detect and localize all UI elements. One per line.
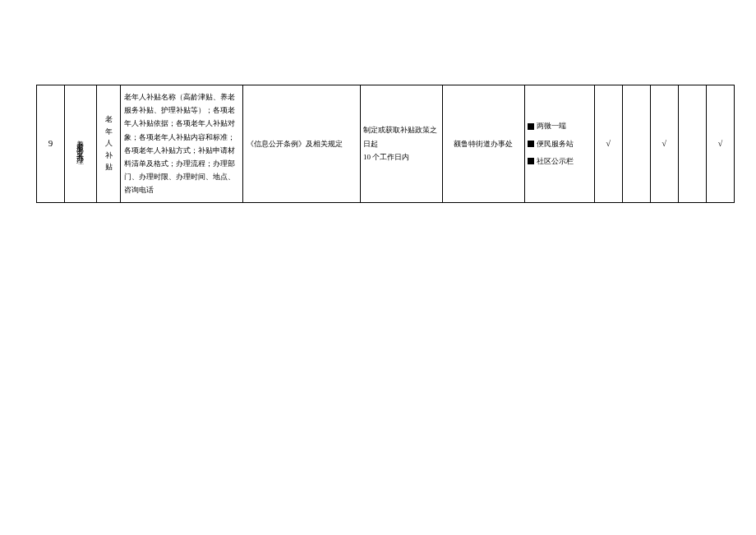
channel-item-2: 便民服务站 (528, 137, 592, 150)
square-bullet-icon (528, 158, 534, 164)
check-mark-5: √ (718, 139, 723, 148)
cell-check-1: √ (594, 85, 622, 203)
basis-text: 《信息公开条例》及相关规定 (247, 140, 343, 148)
row-number: 9 (48, 138, 53, 148)
timelimit-text-1: 制定或获取补贴政策之日起 (363, 123, 440, 150)
cell-subject: 额鲁特街道办事处 (442, 85, 524, 203)
cell-content: 老年人补贴名称（高龄津贴、养老服务补贴、护理补贴等）；各项老年人补贴依据；各项老… (121, 85, 242, 203)
cell-check-2 (622, 85, 650, 203)
category-secondary-text: 老年人补贴 (104, 113, 113, 173)
cell-channels: 两微一端 便民服务站 社区公示栏 (524, 85, 594, 203)
subject-text: 额鲁特街道办事处 (454, 140, 513, 148)
channel-item-1: 两微一端 (528, 119, 592, 132)
check-mark-3: √ (662, 139, 667, 148)
channel-label-2: 便民服务站 (537, 137, 574, 150)
table-row: 9 养老服务业务办理 老年人补贴 老年人补贴名称（高龄津贴、养老服务补贴、护理补… (37, 85, 735, 203)
cell-basis: 《信息公开条例》及相关规定 (242, 85, 361, 203)
cell-category-secondary: 老年人补贴 (96, 85, 120, 203)
check-mark-1: √ (606, 139, 611, 148)
channel-label-1: 两微一端 (537, 119, 566, 132)
timelimit-text-2: 10 个工作日内 (363, 150, 440, 164)
channel-label-3: 社区公示栏 (537, 155, 574, 168)
cell-check-4 (678, 85, 706, 203)
cell-check-5: √ (706, 85, 734, 203)
content-text: 老年人补贴名称（高龄津贴、养老服务补贴、护理补贴等）；各项老年人补贴依据；各项老… (124, 93, 235, 194)
channel-item-3: 社区公示栏 (528, 155, 592, 168)
cell-number: 9 (37, 85, 65, 203)
cell-check-3: √ (650, 85, 678, 203)
main-table: 9 养老服务业务办理 老年人补贴 老年人补贴名称（高龄津贴、养老服务补贴、护理补… (36, 85, 735, 203)
square-bullet-icon (528, 141, 534, 147)
category-primary-text: 养老服务业务办理 (78, 134, 86, 154)
square-bullet-icon (528, 123, 534, 130)
cell-category-primary: 养老服务业务办理 (65, 85, 97, 203)
document-table: 9 养老服务业务办理 老年人补贴 老年人补贴名称（高龄津贴、养老服务补贴、护理补… (36, 85, 735, 203)
cell-timelimit: 制定或获取补贴政策之日起 10 个工作日内 (361, 85, 443, 203)
